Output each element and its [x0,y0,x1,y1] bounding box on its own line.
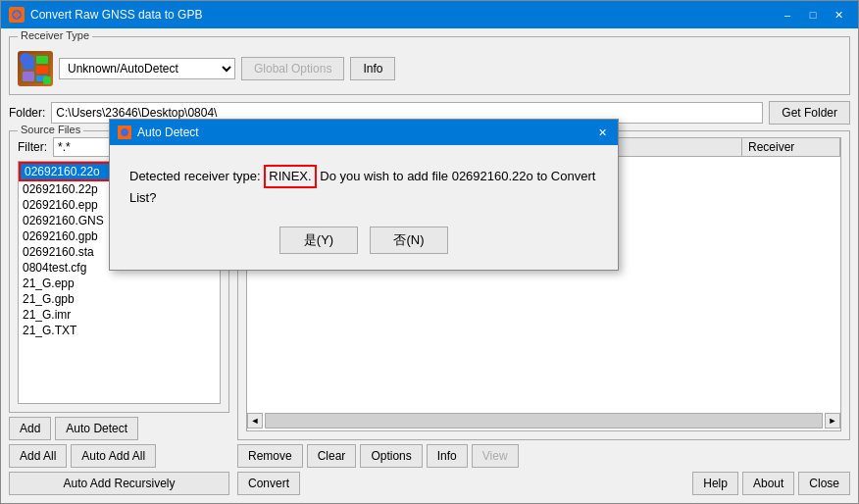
source-btn-row-2: Add All Auto Add All [9,444,229,468]
convert-btn-row: Remove Clear Options Info View [237,444,850,468]
remove-button[interactable]: Remove [237,444,303,468]
list-item[interactable]: 21_G.gpb [19,291,220,307]
minimize-button[interactable]: – [776,5,799,25]
auto-detect-button[interactable]: Auto Detect [55,417,138,440]
source-btn-row-3: Auto Add Recursively [9,472,229,495]
global-options-button[interactable]: Global Options [241,57,344,80]
dialog-titlebar: Auto Detect ✕ [110,120,618,145]
svg-rect-3 [36,56,48,64]
main-window: Convert Raw GNSS data to GPB – □ ✕ Recei… [0,0,859,504]
about-button[interactable]: About [742,472,794,495]
get-folder-button[interactable]: Get Folder [769,101,850,125]
receiver-icon [18,51,53,86]
rinex-highlight: RINEX. [264,165,316,188]
app-icon [9,7,25,23]
yes-button[interactable]: 是(Y) [279,227,358,254]
filter-label: Filter: [18,140,47,154]
convert-info-button[interactable]: Info [427,444,468,468]
view-button[interactable]: View [472,444,519,468]
receiver-dropdown[interactable]: Unknown/AutoDetect [59,58,235,79]
no-button[interactable]: 否(N) [370,227,448,254]
close-button[interactable]: ✕ [827,5,850,25]
main-close-button[interactable]: Close [798,472,850,495]
scroll-track-h[interactable] [265,413,823,428]
bottom-btn-row: Convert Help About Close [237,472,850,495]
source-group-label: Source Files [18,124,83,135]
dialog-msg-before: Detected receiver type: [129,169,264,183]
dialog-icon [118,126,131,139]
scroll-right[interactable]: ► [825,413,840,428]
list-item[interactable]: 21_G.TXT [19,323,220,338]
dialog-content: Detected receiver type: RINEX. Do you wi… [110,145,618,270]
title-bar-left: Convert Raw GNSS data to GPB [9,7,202,23]
svg-rect-4 [36,66,48,74]
title-bar: Convert Raw GNSS data to GPB – □ ✕ [1,1,858,28]
col-receiver: Receiver [742,138,840,156]
receiver-row: Unknown/AutoDetect Global Options Info [18,51,841,86]
dialog-title-left: Auto Detect [118,126,199,139]
receiver-group: Receiver Type Unknown/AutoDetect Global [9,36,850,95]
svg-point-8 [121,128,128,136]
svg-rect-2 [23,56,34,70]
scroll-left[interactable]: ◄ [247,413,263,428]
dialog-message: Detected receiver type: RINEX. Do you wi… [129,165,598,207]
list-item[interactable]: 21_G.epp [19,276,220,291]
clear-button[interactable]: Clear [307,444,357,468]
list-item[interactable]: 21_G.imr [19,307,220,323]
options-button[interactable]: Options [360,444,422,468]
svg-rect-5 [23,72,34,81]
svg-rect-6 [36,76,48,81]
dialog-close-button[interactable]: ✕ [586,124,610,141]
info-button[interactable]: Info [350,57,395,80]
auto-add-all-button[interactable]: Auto Add All [71,444,156,468]
dialog-title: Auto Detect [137,126,199,139]
title-controls: – □ ✕ [776,5,850,25]
convert-button[interactable]: Convert [237,472,300,495]
add-all-button[interactable]: Add All [9,444,67,468]
add-button[interactable]: Add [9,417,51,440]
maximize-button[interactable]: □ [801,5,825,25]
auto-add-recursively-button[interactable]: Auto Add Recursively [9,472,229,495]
h-scrollbar[interactable]: ◄ ► [247,413,840,428]
auto-detect-dialog: Auto Detect ✕ Detected receiver type: RI… [109,119,619,271]
folder-label: Folder: [9,106,45,120]
source-btn-row-1: Add Auto Detect [9,417,229,440]
window-title: Convert Raw GNSS data to GPB [30,8,202,22]
receiver-group-label: Receiver Type [18,29,92,41]
dialog-buttons: 是(Y) 否(N) [129,227,598,254]
help-button[interactable]: Help [692,472,738,495]
